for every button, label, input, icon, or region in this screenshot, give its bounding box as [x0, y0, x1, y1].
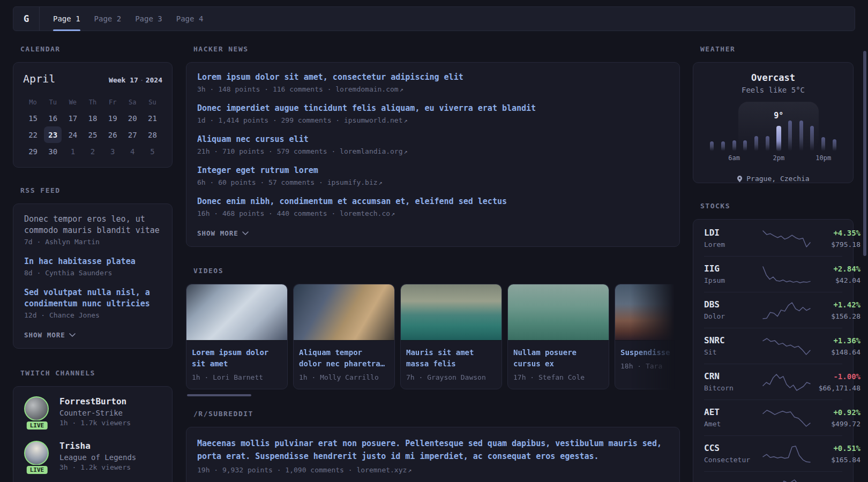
hn-item-domain[interactable]: loremtech.co — [340, 209, 390, 217]
hn-item-domain[interactable]: loremlandia.org — [340, 147, 402, 155]
weather-bar: 6am — [729, 107, 740, 151]
external-link-icon: ↗ — [390, 210, 395, 217]
stock-row[interactable]: AHS +0.46% — [704, 471, 842, 482]
tab-page-4[interactable]: Page 4 — [176, 7, 204, 31]
stock-values: +1.42% $156.28 — [811, 299, 860, 321]
rss-item-title: Donec tempor eros leo, ut commodo mauris… — [24, 214, 160, 235]
video-card[interactable]: Mauris sit amet massa felis 7h · Grayson… — [400, 284, 502, 389]
hn-item[interactable]: Lorem ipsum dolor sit amet, consectetur … — [197, 71, 669, 93]
weather-hourly-chart: 6am9°2pm10pm — [706, 107, 840, 151]
videos-widget: VIDEOS Lorem ipsum dolor sit amet consec… — [186, 267, 680, 396]
tab-page-2[interactable]: Page 2 — [94, 7, 122, 31]
hn-item[interactable]: Integer eget rutrum lorem 6h · 60 points… — [197, 164, 669, 186]
calendar-date: 28 — [144, 126, 161, 143]
channel-info: Trisha League of Legends 3h · 1.2k viewe… — [59, 441, 136, 471]
tab-page-1[interactable]: Page 1 — [53, 7, 80, 31]
video-body: Suspendisse diam 18h · Tara — [615, 341, 680, 378]
weekday-label: Tu — [43, 95, 63, 110]
video-meta: 7h · Grayson Dawson — [406, 373, 496, 381]
stock-name: Ipsum — [704, 276, 762, 285]
calendar-week-year: Week 17·2024 — [109, 76, 162, 84]
subreddit-post-title[interactable]: Maecenas mollis pulvinar erat non posuer… — [197, 437, 669, 463]
weather-card: Overcast Feels like 5°C 6am9°2pm10pm Pra… — [693, 62, 854, 183]
stock-id: CRN Bitcorn — [704, 371, 762, 393]
video-title: Aliquam tempor dolor nec pharetra… — [299, 347, 389, 370]
weather-bar — [751, 107, 762, 151]
stock-row[interactable]: CCS Consectetur +0.51% $165.84 — [704, 435, 842, 471]
stock-row[interactable]: IIG Ipsum +2.84% $42.04 — [704, 256, 842, 292]
video-card[interactable]: Lorem ipsum dolor sit amet consectetu… 1… — [186, 284, 288, 389]
stock-sparkline — [762, 445, 811, 463]
rss-item[interactable]: In hac habitasse platea 8d · Cynthia Sau… — [24, 256, 161, 277]
stocks-section-label: STOCKS — [700, 202, 854, 210]
twitch-channel[interactable]: LIVE ForrestBurton Counter-Strike 1h · 1… — [24, 396, 161, 427]
calendar-date: 1 — [64, 143, 81, 160]
calendar-date-today: 23 — [44, 126, 62, 143]
stock-row[interactable]: DBS Dolor +1.42% $156.28 — [704, 292, 842, 328]
dashboard-page: G Page 1 Page 2 Page 3 Page 4 CALENDAR — [0, 0, 868, 482]
rss-item[interactable]: Sed volutpat nulla nisl, a condimentum n… — [24, 287, 161, 319]
stock-values: +0.92% $499.72 — [811, 407, 860, 429]
rss-item-meta: 12d · Chance Jones — [24, 311, 161, 319]
stock-row[interactable]: SNRC Sit +1.36% $148.64 — [704, 328, 842, 364]
avatar-wrap: LIVE — [24, 441, 50, 471]
hn-item-title: Aliquam nec cursus elit — [197, 134, 309, 144]
rss-item[interactable]: Donec tempor eros leo, ut commodo mauris… — [24, 214, 161, 246]
stock-row[interactable]: AET Amet +0.92% $499.72 — [704, 400, 842, 435]
weather-bar-current: 9°2pm — [773, 107, 784, 151]
calendar-date: 29 — [24, 143, 42, 160]
middle-column: HACKER NEWS Lorem ipsum dolor sit amet, … — [186, 45, 680, 482]
calendar-section-label: CALENDAR — [20, 45, 173, 53]
weather-condition: Overcast — [704, 72, 842, 83]
stock-name: Sit — [704, 348, 762, 357]
stock-change: +2.84% — [811, 263, 860, 274]
stock-row[interactable]: LDI Lorem +4.35% $795.18 — [704, 221, 842, 256]
hn-item-domain[interactable]: ipsumworld.net — [344, 116, 403, 124]
hn-show-more-button[interactable]: SHOW MORE — [197, 229, 249, 237]
hn-item-domain[interactable]: ipsumify.biz — [327, 178, 378, 186]
weekday-label: Mo — [23, 95, 43, 110]
stock-sparkline — [762, 409, 811, 427]
rss-item-title: In hac habitasse platea — [24, 257, 136, 266]
video-body: Nullam posuere cursus ex 17h · Stefan Co… — [508, 341, 609, 389]
stock-change: +1.36% — [811, 335, 860, 346]
stock-price: $499.72 — [811, 419, 860, 429]
weekday-label: Th — [83, 95, 102, 110]
stock-id: DBS Dolor — [704, 299, 762, 321]
video-title: Lorem ipsum dolor sit amet consectetu… — [192, 347, 282, 370]
app-logo[interactable]: G — [13, 7, 40, 31]
page-scrollbar-thumb[interactable] — [863, 51, 866, 256]
hn-item[interactable]: Donec imperdiet augue tincidunt felis al… — [197, 102, 669, 124]
external-link-icon: ↗ — [403, 148, 408, 155]
carousel-scrollbar-track — [186, 394, 680, 396]
videos-section-label: VIDEOS — [193, 267, 680, 275]
stock-price: $42.04 — [811, 276, 860, 285]
subreddit-post-meta: 19h · 9,932 points · 1,090 comments · lo… — [197, 466, 669, 474]
stock-row[interactable]: CRN Bitcorn -1.00% $66,171.48 — [704, 364, 842, 400]
videos-carousel: Lorem ipsum dolor sit amet consectetu… 1… — [186, 284, 680, 389]
subreddit-widget: /R/SUBREDDIT Maecenas mollis pulvinar er… — [186, 410, 680, 482]
weather-location: Prague, Czechia — [737, 175, 809, 183]
video-thumbnail — [508, 284, 609, 341]
avatar — [24, 396, 49, 421]
hn-item[interactable]: Donec enim nibh, condimentum et accumsan… — [197, 195, 669, 217]
hn-item-domain[interactable]: loremdomain.com — [335, 85, 398, 93]
chevron-down-icon — [242, 229, 249, 237]
video-meta: 1h · Lori Barnett — [192, 373, 282, 381]
twitch-channel[interactable]: LIVE Trisha League of Legends 3h · 1.2k … — [24, 441, 161, 471]
tab-page-3[interactable]: Page 3 — [135, 7, 162, 31]
stock-price: $165.84 — [811, 455, 860, 465]
calendar-grid: Mo Tu We Th Fr Sa Su 15 16 17 18 19 20 2… — [23, 95, 162, 160]
hn-item[interactable]: Aliquam nec cursus elit 21h · 710 points… — [197, 133, 669, 155]
calendar-card: April Week 17·2024 Mo Tu We Th Fr Sa Su … — [13, 62, 173, 168]
rss-show-more-button[interactable]: SHOW MORE — [24, 331, 76, 339]
carousel-scrollbar-thumb[interactable] — [187, 394, 251, 396]
stock-sparkline — [762, 479, 811, 482]
stock-sparkline — [762, 373, 811, 391]
calendar-date: 30 — [44, 143, 62, 160]
video-card[interactable]: Aliquam tempor dolor nec pharetra… 1h · … — [293, 284, 395, 389]
video-card[interactable]: Suspendisse diam 18h · Tara — [615, 284, 680, 389]
calendar-date: 19 — [104, 110, 122, 126]
subreddit-post-domain[interactable]: loremnet.xyz — [356, 466, 407, 474]
video-card[interactable]: Nullam posuere cursus ex 17h · Stefan Co… — [507, 284, 609, 389]
